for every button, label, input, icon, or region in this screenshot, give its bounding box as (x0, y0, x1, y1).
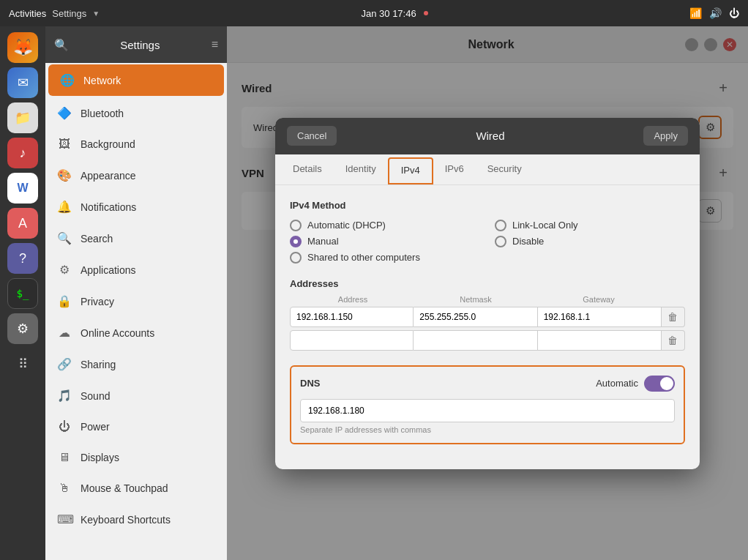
sidebar-item-mouse[interactable]: 🖱 Mouse & Touchpad (45, 473, 227, 504)
dns-auto-toggle[interactable] (644, 376, 675, 392)
datetime-display: Jan 30 17:46 (362, 8, 416, 19)
sidebar-label-displays: Displays (81, 452, 119, 463)
sidebar-item-notifications[interactable]: 🔔 Notifications (45, 191, 227, 223)
search-icon: 🔍 (57, 231, 72, 245)
delete-row-1[interactable]: 🗑 (662, 330, 685, 351)
dock-music[interactable]: ♪ (7, 138, 38, 168)
dock-email[interactable]: ✉ (7, 67, 38, 98)
tab-identity[interactable]: Identity (334, 154, 388, 184)
dock-app-grid[interactable]: ⠿ (7, 348, 38, 379)
sidebar-menu-icon[interactable]: ≡ (212, 38, 218, 51)
dns-section: DNS Automatic Separate IP addresses with… (290, 365, 685, 444)
sidebar-search-icon[interactable]: 🔍 (54, 38, 69, 52)
address-input-0[interactable] (290, 307, 414, 327)
radio-link-local[interactable]: Link-Local Only (495, 220, 685, 231)
netmask-input-1[interactable] (414, 330, 537, 351)
sidebar-label-search: Search (81, 233, 113, 244)
applications-icon: ⚙ (57, 263, 72, 277)
sidebar-item-appearance[interactable]: 🎨 Appearance (45, 160, 227, 191)
sidebar-item-sound[interactable]: 🎵 Sound (45, 380, 227, 411)
netmask-input-0[interactable] (414, 307, 537, 327)
modal-title: Wired (476, 130, 504, 142)
dns-input[interactable] (300, 399, 675, 422)
sidebar-label-network: Network (83, 75, 121, 86)
sidebar-item-background[interactable]: 🖼 Background (45, 129, 227, 160)
radio-disable[interactable]: Disable (495, 236, 685, 247)
modal-apply-button[interactable]: Apply (643, 126, 688, 146)
sidebar-item-search[interactable]: 🔍 Search (45, 223, 227, 254)
radio-manual[interactable]: Manual (290, 236, 480, 247)
privacy-icon: 🔒 (57, 294, 72, 308)
sidebar-label-privacy: Privacy (81, 296, 114, 307)
dns-label: DNS (300, 378, 320, 389)
sidebar-label-notifications: Notifications (81, 201, 136, 213)
tab-ipv4[interactable]: IPv4 (388, 157, 433, 184)
sidebar-label-mouse: Mouse & Touchpad (81, 482, 168, 494)
addresses-section: Addresses Address Netmask Gateway 🗑 🗑 (290, 278, 685, 351)
sidebar-item-privacy[interactable]: 🔒 Privacy (45, 285, 227, 317)
address-input-1[interactable] (290, 330, 414, 351)
bluetooth-icon: 🔷 (57, 106, 72, 120)
volume-icon[interactable]: 🔊 (709, 7, 722, 19)
radio-circle-shared (290, 252, 302, 264)
dock-help[interactable]: ? (7, 243, 38, 274)
network-icon[interactable]: 📶 (689, 7, 702, 19)
addresses-title: Addresses (290, 278, 685, 289)
radio-circle-disable (495, 236, 506, 247)
address-row-1: 🗑 (290, 330, 685, 351)
method-label: IPv4 Method (290, 200, 685, 211)
tab-details[interactable]: Details (281, 154, 334, 184)
gateway-input-0[interactable] (538, 307, 662, 327)
sidebar-item-power[interactable]: ⏻ Power (45, 411, 227, 442)
sharing-icon: 🔗 (57, 357, 72, 371)
top-bar: Activities Settings ▼ Jan 30 17:46 📶 🔊 ⏻ (0, 0, 748, 26)
sidebar-item-displays[interactable]: 🖥 Displays (45, 442, 227, 473)
appearance-icon: 🎨 (57, 168, 72, 182)
settings-menu-label[interactable]: Settings (52, 8, 86, 19)
modal-tabs: DetailsIdentityIPv4IPv6Security (275, 154, 700, 185)
dns-auto-label: Automatic (596, 378, 638, 389)
sidebar-item-applications[interactable]: ⚙ Applications (45, 254, 227, 285)
col-gateway: Gateway (537, 295, 660, 304)
activities-button[interactable]: Activities (9, 8, 46, 19)
radio-label-dhcp: Automatic (DHCP) (307, 220, 386, 231)
sidebar-item-online-accounts[interactable]: ☁ Online Accounts (45, 317, 227, 348)
delete-row-0[interactable]: 🗑 (662, 307, 685, 327)
wired-modal: Cancel Wired Apply DetailsIdentityIPv4IP… (275, 118, 700, 469)
dock-firefox[interactable]: 🦊 (7, 32, 38, 63)
dock-files[interactable]: 📁 (7, 102, 38, 133)
radio-label-link-local: Link-Local Only (512, 220, 578, 231)
sidebar-label-sound: Sound (81, 390, 110, 402)
gateway-input-1[interactable] (538, 330, 662, 351)
sidebar-label-power: Power (81, 421, 110, 433)
displays-icon: 🖥 (57, 451, 72, 464)
method-radio-group: Automatic (DHCP)Link-Local OnlyManualDis… (290, 220, 685, 264)
tab-ipv6[interactable]: IPv6 (433, 154, 476, 184)
dock-settings[interactable]: ⚙ (7, 313, 38, 344)
dock-appstore[interactable]: A (7, 208, 38, 239)
content-area: Network — □ ✕ Wired + Wired ⚙ (227, 26, 748, 560)
radio-label-manual: Manual (307, 236, 339, 247)
tab-security[interactable]: Security (476, 154, 534, 184)
dock-libreoffice[interactable]: W (7, 173, 38, 204)
col-address: Address (291, 295, 414, 304)
settings-menu-arrow: ▼ (92, 10, 100, 18)
sidebar-item-keyboard[interactable]: ⌨ Keyboard Shortcuts (45, 504, 227, 535)
dns-hint: Separate IP addresses with commas (300, 425, 675, 434)
sidebar-item-bluetooth[interactable]: 🔷 Bluetooth (45, 97, 227, 129)
radio-dhcp[interactable]: Automatic (DHCP) (290, 220, 480, 231)
sidebar-item-network[interactable]: 🌐 Network (48, 64, 224, 96)
modal-header: Cancel Wired Apply (275, 118, 700, 154)
dns-header: DNS Automatic (300, 376, 675, 392)
power-menu-icon[interactable]: ⏻ (729, 7, 739, 19)
radio-label-shared: Shared to other computers (307, 252, 420, 263)
radio-circle-link-local (495, 220, 506, 231)
modal-cancel-button[interactable]: Cancel (287, 126, 337, 146)
sidebar-label-online-accounts: Online Accounts (81, 327, 154, 339)
keyboard-icon: ⌨ (57, 512, 72, 526)
dock-terminal[interactable]: $_ (7, 278, 38, 309)
radio-shared[interactable]: Shared to other computers (290, 252, 685, 264)
sidebar-item-sharing[interactable]: 🔗 Sharing (45, 348, 227, 380)
modal-body: IPv4 Method Automatic (DHCP)Link-Local O… (275, 185, 700, 459)
address-column-headers: Address Netmask Gateway (290, 295, 685, 304)
